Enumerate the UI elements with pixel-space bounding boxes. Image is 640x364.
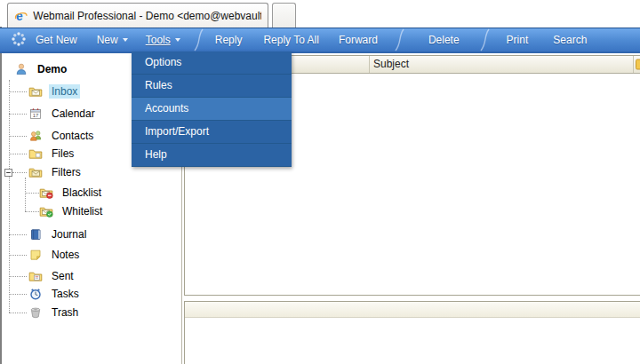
sidebar-item-account[interactable]: Demo [14,60,69,78]
preview-header [185,302,640,318]
sidebar-item-filters[interactable]: Filters [28,163,84,181]
contacts-icon [28,129,43,143]
tree-line [9,91,27,92]
tree-line [9,294,27,295]
new-button[interactable]: New [97,34,128,46]
column-header-flag[interactable] [634,56,640,73]
tree-line [9,114,27,115]
sidebar-item-contacts[interactable]: Contacts [28,127,96,145]
sidebar-item-trash[interactable]: Trash [28,304,81,321]
inbox-folder-icon [28,84,43,99]
sidebar-item-blacklist[interactable]: Blacklist [39,184,104,202]
sidebar-item-files[interactable]: Files [28,145,76,162]
tree-line [9,80,10,313]
new-tab-stub[interactable] [272,3,296,28]
notes-icon [28,248,43,262]
toolbar-group-separator [394,28,405,51]
sent-folder-icon [28,269,43,283]
menu-item-import-export[interactable]: Import/Export [132,121,292,144]
webmail-window: e Webmail Professional - Demo <demo@webv… [0,0,640,364]
column-header-subject[interactable]: Subject [370,56,634,73]
tree-line [9,154,27,154]
tree-line [25,211,39,212]
filters-folder-icon [28,165,43,179]
sidebar-item-sent[interactable]: Sent [28,267,76,285]
tree-line [9,136,27,137]
sync-spinner-icon [11,31,27,50]
browser-tab-bar: e Webmail Professional - Demo <demo@webv… [0,0,640,28]
sidebar-item-journal[interactable]: Journal [28,226,89,243]
menu-item-help[interactable]: Help [132,144,292,167]
trash-icon [28,305,43,320]
tab-title: Webmail Professional - Demo <demo@webvau… [33,10,261,22]
tools-button[interactable]: Tools [146,34,180,46]
tree-line [12,172,27,173]
tree-line [25,178,26,211]
print-button[interactable]: Print [507,34,529,46]
search-button[interactable]: Search [553,34,587,46]
tree-line [9,234,27,235]
tree-line [9,276,27,277]
chevron-down-icon [175,38,180,42]
delete-button[interactable]: Delete [428,34,460,46]
internet-explorer-icon: e [14,9,28,23]
blacklist-folder-icon [39,186,53,200]
menu-item-accounts[interactable]: Accounts [132,98,292,121]
flag-column-icon [636,59,640,71]
reply-button[interactable]: Reply [215,34,243,46]
tree-line [9,313,27,313]
preview-body [185,318,640,364]
collapse-expander-icon[interactable] [4,169,12,177]
tools-menu: Options Rules Accounts Import/Export Hel… [132,51,292,167]
toolbar-group-separator [193,28,204,51]
preview-pane [184,301,640,364]
reply-to-all-button[interactable]: Reply To All [263,34,318,46]
get-new-button[interactable]: Get New [36,34,77,46]
svg-text:17: 17 [33,113,39,118]
menu-item-options[interactable]: Options [132,51,292,75]
tasks-icon [28,287,43,301]
sidebar-item-tasks[interactable]: Tasks [28,285,82,303]
journal-icon [28,227,43,241]
calendar-icon: 17 [28,107,43,121]
menu-item-rules[interactable]: Rules [132,75,292,98]
svg-text:e: e [16,9,23,23]
toolbar-group-separator [479,28,491,51]
whitelist-folder-icon [39,204,53,218]
files-folder-icon [28,146,43,161]
tree-line [9,255,27,256]
forward-button[interactable]: Forward [339,34,378,46]
sidebar-item-whitelist[interactable]: Whitelist [39,202,105,220]
sidebar-item-notes[interactable]: Notes [28,246,82,264]
toolbar: Get New New Tools Reply Reply To All For… [0,28,640,53]
sidebar-item-calendar[interactable]: 17 Calendar [28,105,98,123]
chevron-down-icon [123,38,128,42]
tree-line [25,193,39,194]
browser-tab[interactable]: e Webmail Professional - Demo <demo@webv… [7,3,268,28]
sidebar-item-inbox[interactable]: Inbox [28,83,80,100]
user-icon [14,62,28,76]
